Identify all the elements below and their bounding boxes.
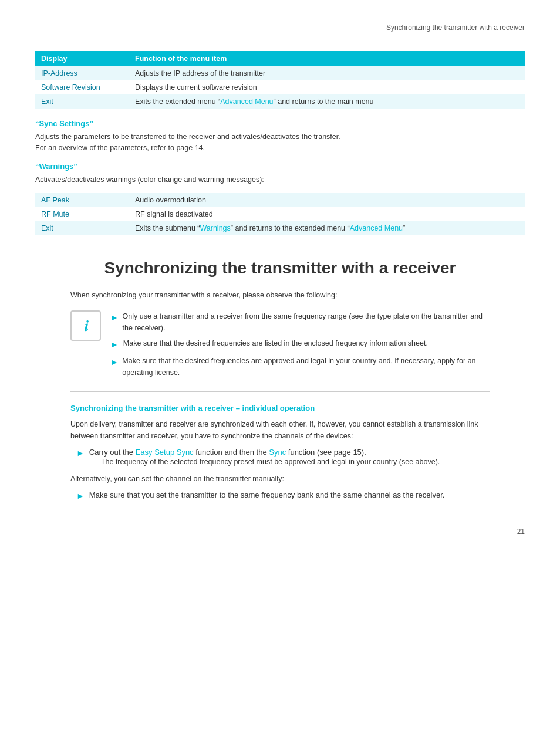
info-bullets: ► Only use a transmitter and a receiver …	[110, 310, 490, 381]
sync-settings-heading: “Sync Settings”	[35, 119, 525, 128]
table-row: Software Revision Displays the current s…	[35, 80, 525, 94]
table-row: RF Mute RF signal is deactivated	[35, 207, 525, 221]
bullet-text: Make sure that the desired frequencies a…	[122, 355, 490, 378]
advanced-menu-link2: Advanced Menu	[350, 224, 403, 232]
warnings-intro: Activates/deactivates warnings (color ch…	[35, 174, 525, 185]
table-row: AF Peak Audio overmodulation	[35, 193, 525, 207]
bullet-text: Make sure that the desired frequencies a…	[123, 337, 428, 351]
bullet-text: Make sure that you set the transmitter t…	[89, 491, 445, 499]
function-cell: Adjusts the IP address of the transmitte…	[129, 66, 525, 80]
bullet-text: Only use a transmitter and a receiver fr…	[123, 310, 490, 334]
page-number: 21	[517, 528, 525, 536]
bullet-item: ► Only use a transmitter and a receiver …	[110, 310, 490, 334]
function-cell: Audio overmodulation	[129, 193, 525, 207]
display-cell: RF Mute	[35, 207, 129, 221]
bullet-sub-text: The frequency of the selected frequency …	[101, 457, 440, 468]
individual-operation-intro: Upon delivery, transmitter and receiver …	[70, 418, 490, 442]
function-cell: RF signal is deactivated	[129, 207, 525, 221]
main-heading: Synchronizing the transmitter with a rec…	[35, 259, 525, 278]
sync-link: Sync	[269, 448, 286, 457]
warnings-table: AF Peak Audio overmodulation RF Mute RF …	[35, 193, 525, 235]
bullet-text: Carry out the Easy Setup Sync function a…	[89, 448, 440, 457]
info-box: 𝑖 ► Only use a transmitter and a receive…	[70, 310, 490, 391]
bullet-item: ► Make sure that the desired frequencies…	[110, 355, 490, 378]
bullet-list-2: ► Make sure that you set the transmitter…	[76, 491, 490, 501]
display-cell: AF Peak	[35, 193, 129, 207]
table-row: Exit Exits the extended menu “Advanced M…	[35, 94, 525, 109]
function-cell: Displays the current software revision	[129, 80, 525, 94]
bullet-item: ► Carry out the Easy Setup Sync function…	[76, 448, 490, 468]
header-text: Synchronizing the transmitter with a rec…	[386, 23, 525, 32]
function-cell: Exits the extended menu “Advanced Menu” …	[129, 94, 525, 109]
col-function: Function of the menu item	[129, 51, 525, 66]
main-intro: When synchronizing your transmitter with…	[70, 289, 490, 301]
bullet-item: ► Make sure that the desired frequencies…	[110, 337, 490, 351]
warnings-heading: “Warnings”	[35, 162, 525, 171]
bullet-item: ► Make sure that you set the transmitter…	[76, 491, 490, 501]
function-cell: Exits the submenu “Warnings” and returns…	[129, 221, 525, 235]
display-cell: Software Revision	[35, 80, 129, 94]
bullet-arrow-icon: ►	[110, 356, 117, 378]
sync-settings-text: Adjusts the parameters to be transferred…	[35, 131, 525, 154]
advanced-menu-link: Advanced Menu	[220, 97, 273, 106]
menu-table: Display Function of the menu item IP-Add…	[35, 51, 525, 109]
display-cell: Exit	[35, 221, 129, 235]
table-row: IP-Address Adjusts the IP address of the…	[35, 66, 525, 80]
warnings-link: Warnings	[200, 224, 230, 232]
alt-text: Alternatively, you can set the channel o…	[70, 473, 490, 485]
display-cell: Exit	[35, 94, 129, 109]
bullet-list: ► Carry out the Easy Setup Sync function…	[76, 448, 490, 468]
bullet-arrow-icon: ►	[110, 311, 118, 334]
info-icon: 𝑖	[70, 310, 101, 341]
bullet-arrow-icon: ►	[76, 491, 85, 501]
table-row: Exit Exits the submenu “Warnings” and re…	[35, 221, 525, 235]
bullet-arrow-icon: ►	[110, 338, 119, 351]
col-display: Display	[35, 51, 129, 66]
easy-setup-sync-link: Easy Setup Sync	[136, 448, 194, 457]
individual-operation-section: Synchronizing the transmitter with a rec…	[70, 404, 490, 501]
bullet-arrow-icon: ►	[76, 448, 85, 458]
display-cell: IP-Address	[35, 66, 129, 80]
individual-operation-heading: Synchronizing the transmitter with a rec…	[70, 404, 490, 412]
